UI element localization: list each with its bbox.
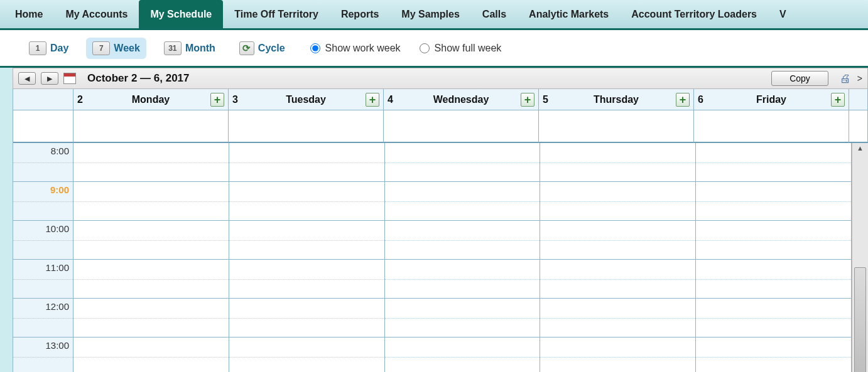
calendar-badge-icon: 7	[92, 41, 110, 55]
refresh-icon: ⟳	[239, 41, 254, 55]
hour-row: 12:00	[13, 299, 73, 337]
calendar: ◀ ▶ October 2 — 6, 2017 Copy 🖨 > 2Monday…	[13, 68, 868, 372]
calendar-toolbar: ◀ ▶ October 2 — 6, 2017 Copy 🖨 >	[13, 68, 868, 89]
day-header-row: 2Monday+3Tuesday+4Wednesday+5Thursday+6F…	[13, 89, 868, 110]
day-column-thursday[interactable]	[540, 143, 696, 372]
next-week-button[interactable]: ▶	[41, 72, 58, 85]
time-slot[interactable]	[73, 182, 229, 221]
view-week-button[interactable]: 7 Week	[86, 38, 146, 59]
time-slot[interactable]	[540, 182, 695, 221]
nav-tab-my-schedule[interactable]: My Schedule	[139, 0, 223, 28]
view-day-button[interactable]: 1 Day	[23, 38, 75, 59]
day-number: 6	[698, 94, 712, 105]
time-slot[interactable]	[540, 337, 695, 372]
time-slot[interactable]	[73, 143, 229, 182]
vertical-scrollbar[interactable]: ▲	[852, 143, 868, 372]
time-slot[interactable]	[229, 299, 384, 337]
view-month-button[interactable]: 31 Month	[158, 38, 222, 59]
hour-label: 12:00	[45, 301, 69, 312]
time-slot[interactable]	[385, 299, 540, 337]
day-column-monday[interactable]	[73, 143, 229, 372]
day-header-wednesday[interactable]: 4Wednesday+	[384, 89, 539, 110]
day-column-friday[interactable]	[696, 143, 852, 372]
view-cycle-button[interactable]: ⟳ Cycle	[233, 38, 291, 59]
time-slot[interactable]	[385, 260, 540, 299]
allday-cell[interactable]	[229, 110, 384, 143]
nav-tab-reports[interactable]: Reports	[330, 0, 390, 28]
allday-cell[interactable]	[539, 110, 694, 143]
add-event-button[interactable]: +	[676, 93, 690, 107]
day-column-tuesday[interactable]	[229, 143, 385, 372]
nav-tab-my-samples[interactable]: My Samples	[390, 0, 470, 28]
work-week-radio-input[interactable]	[310, 43, 320, 53]
time-slot[interactable]	[385, 143, 540, 182]
day-header-tuesday[interactable]: 3Tuesday+	[229, 89, 384, 110]
nav-tab-time-off-territory[interactable]: Time Off Territory	[223, 0, 330, 28]
day-number: 2	[77, 94, 91, 105]
time-slot[interactable]	[540, 299, 695, 337]
add-event-button[interactable]: +	[210, 93, 224, 107]
day-number: 4	[388, 94, 401, 105]
time-slot[interactable]	[229, 260, 384, 299]
time-slot[interactable]	[540, 143, 695, 182]
day-header-friday[interactable]: 6Friday+	[694, 89, 849, 110]
time-slot[interactable]	[540, 221, 695, 260]
time-slot[interactable]	[696, 182, 851, 221]
calendar-badge-icon: 1	[29, 41, 46, 55]
time-slot[interactable]	[696, 299, 851, 337]
time-slot[interactable]	[385, 337, 540, 372]
time-slot[interactable]	[73, 337, 229, 372]
time-slot[interactable]	[73, 299, 229, 337]
allday-scroll-stub	[849, 110, 868, 143]
allday-gutter	[13, 110, 73, 143]
day-name: Wednesday	[401, 94, 521, 105]
add-event-button[interactable]: +	[521, 93, 534, 107]
hour-label: 11:00	[45, 262, 69, 273]
scroll-up-icon[interactable]: ▲	[852, 144, 868, 152]
copy-button[interactable]: Copy	[771, 71, 828, 86]
time-slot[interactable]	[229, 182, 384, 221]
time-slot[interactable]	[696, 260, 851, 299]
add-event-button[interactable]: +	[366, 93, 379, 107]
show-full-week-radio[interactable]: Show full week	[420, 43, 502, 54]
day-header-monday[interactable]: 2Monday+	[73, 89, 229, 110]
hour-row: 11:00	[13, 260, 73, 299]
time-slot[interactable]	[696, 143, 851, 182]
time-slot[interactable]	[385, 182, 540, 221]
show-work-week-radio[interactable]: Show work week	[310, 43, 401, 54]
day-column-wednesday[interactable]	[385, 143, 541, 372]
time-slot[interactable]	[73, 260, 229, 299]
nav-tab-my-accounts[interactable]: My Accounts	[54, 0, 139, 28]
allday-cell[interactable]	[73, 110, 229, 143]
hour-label: 9:00	[50, 184, 69, 195]
add-event-button[interactable]: +	[831, 93, 845, 107]
time-column: 8:009:0010:0011:0012:0013:00	[13, 143, 73, 372]
time-slot[interactable]	[73, 221, 229, 260]
time-grid: 8:009:0010:0011:0012:0013:00 ▲	[13, 143, 868, 372]
time-slot[interactable]	[229, 221, 384, 260]
allday-cell[interactable]	[694, 110, 849, 143]
nav-tab-home[interactable]: Home	[4, 0, 54, 28]
time-slot[interactable]	[385, 221, 540, 260]
day-header-thursday[interactable]: 5Thursday+	[539, 89, 694, 110]
allday-cell[interactable]	[384, 110, 539, 143]
time-slot[interactable]	[696, 337, 851, 372]
nav-tab-v[interactable]: V	[768, 0, 798, 28]
prev-week-button[interactable]: ◀	[18, 72, 36, 85]
expand-icon[interactable]: >	[857, 73, 862, 83]
scroll-thumb[interactable]	[854, 267, 866, 372]
time-slot[interactable]	[229, 337, 384, 372]
view-month-label: Month	[185, 43, 215, 54]
nav-tab-account-territory-loaders[interactable]: Account Territory Loaders	[620, 0, 768, 28]
nav-tab-calls[interactable]: Calls	[471, 0, 518, 28]
time-slot[interactable]	[229, 143, 384, 182]
date-picker-icon[interactable]	[63, 73, 76, 84]
full-week-radio-input[interactable]	[420, 43, 430, 53]
print-icon[interactable]: 🖨	[840, 72, 851, 85]
hour-row: 9:00	[13, 182, 73, 221]
hour-label: 8:00	[51, 146, 69, 156]
date-range-label: October 2 — 6, 2017	[87, 72, 190, 85]
time-slot[interactable]	[696, 221, 851, 260]
nav-tab-analytic-markets[interactable]: Analytic Markets	[518, 0, 620, 28]
time-slot[interactable]	[540, 260, 695, 299]
